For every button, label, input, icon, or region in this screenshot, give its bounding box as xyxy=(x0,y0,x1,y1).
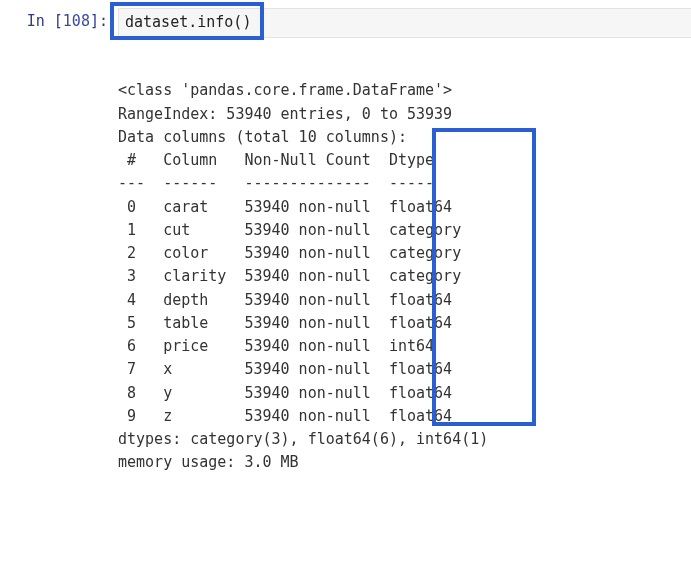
output-line-memory: memory usage: 3.0 MB xyxy=(118,453,299,471)
output-line-datacolumns: Data columns (total 10 columns): xyxy=(118,128,407,146)
input-row: In [108]: dataset.info() xyxy=(0,8,691,38)
output-line-header: # Column Non-Null Count Dtype xyxy=(118,151,461,169)
code-text: dataset.info() xyxy=(125,13,251,31)
prompt-exec-count: 108 xyxy=(63,12,90,30)
output-line-dtypes: dtypes: category(3), float64(6), int64(1… xyxy=(118,430,488,448)
output-columns-block: 0 carat 53940 non-null float64 1 cut 539… xyxy=(118,198,461,425)
output-line-separator: --- ------ -------------- ----- xyxy=(118,174,461,192)
output-area: <class 'pandas.core.frame.DataFrame'> Ra… xyxy=(118,38,691,475)
output-line-rangeindex: RangeIndex: 53940 entries, 0 to 53939 xyxy=(118,105,452,123)
notebook-cell: In [108]: dataset.info() <class 'pandas.… xyxy=(0,0,691,579)
input-prompt: In [108]: xyxy=(0,8,118,30)
code-input-area[interactable]: dataset.info() xyxy=(118,8,691,38)
output-line-class: <class 'pandas.core.frame.DataFrame'> xyxy=(118,81,452,99)
prompt-label: In xyxy=(27,12,54,30)
